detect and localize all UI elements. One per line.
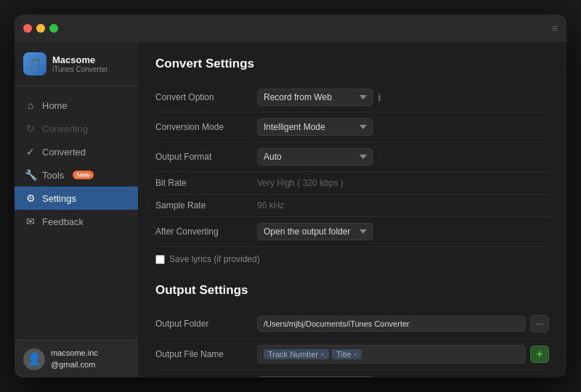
app-logo: 🎵 Macsome iTunes Converter bbox=[15, 42, 138, 86]
user-email: @gmail.com bbox=[51, 359, 98, 370]
output-format-control: Auto bbox=[257, 148, 549, 166]
sidebar-item-settings[interactable]: ⚙ Settings bbox=[15, 187, 138, 210]
output-settings-grid: Output Folder ··· Output File Name Track… bbox=[155, 309, 549, 377]
output-organized-control: Playlist ℹ bbox=[257, 376, 549, 377]
app-logo-icon: 🎵 bbox=[23, 52, 46, 75]
after-converting-select[interactable]: Open the output folder bbox=[257, 223, 373, 240]
after-converting-control: Open the output folder bbox=[257, 223, 549, 240]
sample-rate-row: Sample Rate 96 kHz bbox=[155, 195, 549, 217]
convert-option-select[interactable]: Record from Web bbox=[257, 89, 373, 106]
sidebar-item-label: Converting bbox=[42, 123, 88, 134]
user-avatar: 👤 bbox=[23, 348, 45, 370]
convert-option-control: Record from Web ℹ bbox=[257, 89, 549, 106]
sample-rate-label: Sample Rate bbox=[155, 200, 257, 211]
tag-title-label: Title bbox=[336, 350, 351, 359]
convert-option-label: Convert Option bbox=[155, 92, 257, 102]
converted-icon: ✓ bbox=[25, 146, 36, 158]
nav-items: ⌂ Home ↻ Converting ✓ Converted 🔧 Tools … bbox=[15, 86, 138, 340]
tag-track-number-close[interactable]: × bbox=[320, 351, 325, 359]
output-file-name-control: Track Number × Title × + bbox=[257, 345, 549, 364]
output-format-select[interactable]: Auto bbox=[257, 148, 373, 166]
sidebar-item-label: Converted bbox=[42, 147, 86, 158]
conversion-mode-row: Conversion Mode Intelligent Mode bbox=[155, 113, 549, 142]
conversion-mode-select[interactable]: Intelligent Mode bbox=[257, 118, 373, 136]
maximize-button[interactable] bbox=[49, 24, 58, 33]
menu-icon[interactable]: ≡ bbox=[552, 23, 558, 34]
settings-icon: ⚙ bbox=[25, 192, 36, 204]
app-name: Macsome bbox=[52, 54, 107, 66]
convert-option-info-icon[interactable]: ℹ bbox=[378, 92, 381, 103]
conversion-mode-label: Conversion Mode bbox=[155, 122, 257, 132]
output-organized-row: Output Organized Playlist ℹ bbox=[155, 370, 549, 377]
output-format-label: Output Format bbox=[155, 152, 257, 162]
sidebar-item-tools[interactable]: 🔧 Tools New bbox=[15, 163, 138, 187]
app-subtitle: iTunes Converter bbox=[52, 65, 107, 73]
bit-rate-label: Bit Rate bbox=[155, 178, 257, 188]
traffic-lights bbox=[23, 24, 58, 33]
sidebar-item-feedback[interactable]: ✉ Feedback bbox=[15, 210, 138, 233]
titlebar: ≡ bbox=[15, 15, 566, 42]
sidebar-item-label: Settings bbox=[42, 193, 76, 204]
sidebar-item-converted[interactable]: ✓ Converted bbox=[15, 140, 138, 163]
content-panel: Convert Settings Convert Option Record f… bbox=[138, 42, 566, 377]
feedback-icon: ✉ bbox=[25, 216, 36, 227]
tag-track-number: Track Number × bbox=[264, 349, 329, 359]
home-icon: ⌂ bbox=[25, 99, 36, 111]
convert-option-row: Convert Option Record from Web ℹ bbox=[155, 83, 549, 113]
main-window: ≡ 🎵 Macsome iTunes Converter ⌂ Home ↻ Co… bbox=[15, 15, 566, 377]
output-folder-row: Output Folder ··· bbox=[155, 309, 549, 339]
output-folder-browse-button[interactable]: ··· bbox=[530, 315, 549, 332]
user-info: macsome.inc @gmail.com bbox=[51, 348, 98, 370]
tag-title: Title × bbox=[332, 349, 362, 359]
main-content: 🎵 Macsome iTunes Converter ⌂ Home ↻ Conv… bbox=[15, 42, 566, 377]
tag-track-number-label: Track Number bbox=[268, 350, 318, 359]
converting-icon: ↻ bbox=[25, 123, 36, 134]
after-converting-row: After Converting Open the output folder bbox=[155, 217, 549, 247]
sidebar: 🎵 Macsome iTunes Converter ⌂ Home ↻ Conv… bbox=[15, 42, 138, 377]
save-lyrics-row: Save lyrics (if provided) bbox=[155, 247, 549, 271]
tag-title-close[interactable]: × bbox=[354, 351, 358, 359]
save-lyrics-checkbox[interactable] bbox=[155, 255, 165, 264]
sample-rate-control: 96 kHz bbox=[257, 200, 549, 211]
app-info: Macsome iTunes Converter bbox=[52, 54, 107, 74]
user-profile[interactable]: 👤 macsome.inc @gmail.com bbox=[15, 340, 138, 377]
bit-rate-control: Very High ( 320 kbps ) bbox=[257, 178, 549, 188]
sidebar-item-label: Home bbox=[42, 100, 68, 111]
minimize-button[interactable] bbox=[36, 24, 45, 33]
tools-icon: 🔧 bbox=[25, 169, 36, 181]
bit-rate-value: Very High ( 320 kbps ) bbox=[257, 178, 344, 188]
save-lyrics-label: Save lyrics (if provided) bbox=[169, 254, 260, 264]
bit-rate-row: Bit Rate Very High ( 320 kbps ) bbox=[155, 172, 549, 195]
conversion-mode-control: Intelligent Mode bbox=[257, 118, 549, 136]
output-settings-title: Output Settings bbox=[155, 283, 549, 298]
output-file-name-tags: Track Number × Title × bbox=[257, 345, 526, 364]
tools-badge: New bbox=[73, 171, 94, 179]
sidebar-item-converting: ↻ Converting bbox=[15, 117, 138, 140]
convert-settings-title: Convert Settings bbox=[155, 57, 549, 71]
sidebar-item-home[interactable]: ⌂ Home bbox=[15, 94, 138, 117]
output-file-name-row: Output File Name Track Number × Title × bbox=[155, 339, 549, 370]
output-organized-select[interactable]: Playlist bbox=[257, 376, 373, 377]
convert-settings-grid: Convert Option Record from Web ℹ Convers… bbox=[155, 83, 549, 271]
output-file-name-label: Output File Name bbox=[155, 349, 257, 359]
sidebar-item-label: Tools bbox=[42, 170, 64, 181]
user-name: macsome.inc bbox=[51, 348, 98, 359]
output-folder-control: ··· bbox=[257, 315, 549, 332]
output-folder-label: Output Folder bbox=[155, 319, 257, 329]
sample-rate-value: 96 kHz bbox=[257, 200, 284, 211]
add-tag-button[interactable]: + bbox=[530, 346, 549, 363]
after-converting-label: After Converting bbox=[155, 226, 257, 237]
output-format-row: Output Format Auto bbox=[155, 142, 549, 172]
sidebar-item-label: Feedback bbox=[42, 216, 84, 227]
close-button[interactable] bbox=[23, 24, 32, 33]
output-folder-input[interactable] bbox=[257, 316, 526, 332]
